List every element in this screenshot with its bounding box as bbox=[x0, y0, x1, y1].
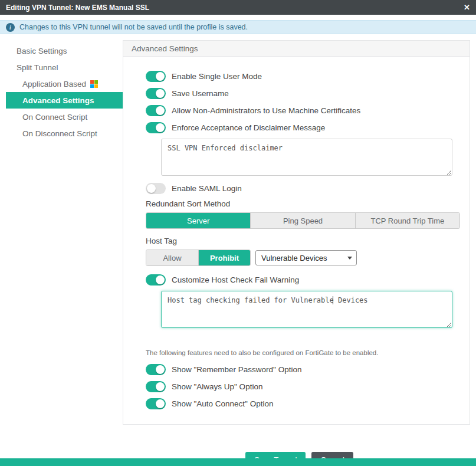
settings-sidebar: Basic Settings Split Tunnel Application … bbox=[0, 40, 123, 142]
bottom-accent-bar bbox=[0, 458, 476, 466]
enforce-disclaimer-row: Enforce Acceptance of Disclaimer Message bbox=[146, 122, 470, 133]
show-always-up-row: Show "Always Up" Option bbox=[146, 380, 470, 392]
show-remember-password-toggle[interactable] bbox=[146, 364, 166, 375]
panel-header: Advanced Settings bbox=[123, 41, 470, 57]
host-tag-prohibit-button[interactable]: Prohibit bbox=[198, 250, 250, 265]
toggle-knob bbox=[156, 275, 165, 284]
toggle-knob bbox=[156, 89, 165, 98]
toggle-knob bbox=[156, 399, 165, 408]
host-tag-allow-button[interactable]: Allow bbox=[146, 250, 198, 265]
toggle-knob bbox=[156, 106, 165, 115]
toggle-knob bbox=[156, 72, 165, 81]
host-tag-label: Host Tag bbox=[146, 237, 470, 246]
show-auto-connect-toggle[interactable] bbox=[146, 398, 166, 409]
toggle-knob bbox=[156, 365, 165, 374]
sidebar-item-split-tunnel[interactable]: Split Tunnel bbox=[0, 59, 123, 76]
show-always-up-toggle[interactable] bbox=[146, 381, 166, 392]
sidebar-item-basic-settings[interactable]: Basic Settings bbox=[0, 42, 123, 59]
host-tag-mode-group: Allow Prohibit bbox=[146, 250, 251, 266]
toggle-knob bbox=[156, 382, 165, 391]
sidebar-item-application-based[interactable]: Application Based bbox=[0, 76, 123, 92]
sidebar-item-advanced-settings[interactable]: Advanced Settings bbox=[6, 92, 123, 109]
close-icon[interactable]: ✕ bbox=[464, 3, 470, 12]
save-username-toggle[interactable] bbox=[146, 88, 166, 99]
setting-label: Show "Remember Password" Option bbox=[172, 365, 301, 374]
host-tag-select-value: Vulnerable Devices bbox=[261, 254, 327, 262]
single-user-mode-toggle[interactable] bbox=[146, 71, 166, 82]
sidebar-item-on-connect-script[interactable]: On Connect Script bbox=[0, 109, 123, 125]
saml-login-row: Enable SAML Login bbox=[146, 182, 470, 194]
sort-tcp-round-trip-button[interactable]: TCP Round Trip Time bbox=[355, 213, 459, 228]
setting-label: Enforce Acceptance of Disclaimer Message bbox=[172, 123, 325, 132]
host-tag-select[interactable]: Vulnerable Devices bbox=[255, 250, 357, 265]
setting-label: Show "Auto Connect" Option bbox=[172, 399, 273, 408]
setting-label: Allow Non-Administrators to Use Machine … bbox=[172, 106, 360, 115]
setting-label: Customize Host Check Fail Warning bbox=[172, 275, 299, 284]
windows-icon bbox=[90, 80, 98, 88]
host-tag-row: Allow Prohibit Vulnerable Devices bbox=[146, 250, 470, 266]
window-titlebar: Editing VPN Tunnel: New EMS Manual SSL ✕ bbox=[0, 0, 476, 15]
fail-warning-textarea[interactable]: Host tag checking failed for Vulnerable … bbox=[161, 291, 452, 328]
fail-warning-wrap: Host tag checking failed for Vulnerable … bbox=[161, 291, 452, 328]
sort-server-button[interactable]: Server bbox=[146, 213, 250, 228]
dialog-content: Basic Settings Split Tunnel Application … bbox=[0, 40, 476, 425]
panel-title: Advanced Settings bbox=[132, 44, 198, 53]
fortigate-note: The following features need to also be c… bbox=[146, 349, 470, 356]
sidebar-item-label: Application Based bbox=[22, 80, 86, 88]
toggle-knob bbox=[156, 123, 165, 132]
non-admin-certs-toggle[interactable] bbox=[146, 105, 166, 116]
customize-fail-warning-toggle[interactable] bbox=[146, 274, 166, 285]
disclaimer-message-wrap: SSL VPN Enforced disclaimer bbox=[161, 139, 452, 176]
setting-label: Enable Single User Mode bbox=[172, 72, 262, 81]
single-user-mode-row: Enable Single User Mode bbox=[146, 70, 470, 82]
save-username-row: Save Username bbox=[146, 87, 470, 99]
banner-text: Changes to this VPN tunnel will not be s… bbox=[19, 23, 248, 31]
disclaimer-message-textarea[interactable]: SSL VPN Enforced disclaimer bbox=[161, 139, 452, 176]
saml-login-toggle[interactable] bbox=[146, 183, 166, 194]
sidebar-item-on-disconnect-script[interactable]: On Disconnect Script bbox=[0, 125, 123, 142]
chevron-down-icon bbox=[347, 257, 352, 262]
window-title: Editing VPN Tunnel: New EMS Manual SSL bbox=[6, 4, 149, 12]
show-remember-password-row: Show "Remember Password" Option bbox=[146, 363, 470, 375]
panel-body: Enable Single User Mode Save Username Al… bbox=[123, 57, 470, 424]
non-admin-certs-row: Allow Non-Administrators to Use Machine … bbox=[146, 104, 470, 116]
setting-label: Show "Always Up" Option bbox=[172, 382, 262, 391]
info-banner: i Changes to this VPN tunnel will not be… bbox=[0, 20, 476, 34]
setting-label: Enable SAML Login bbox=[172, 184, 242, 193]
enforce-disclaimer-toggle[interactable] bbox=[146, 122, 166, 133]
text-cursor bbox=[333, 296, 333, 304]
setting-label: Save Username bbox=[172, 89, 229, 98]
show-auto-connect-row: Show "Auto Connect" Option bbox=[146, 398, 470, 409]
redundant-sort-method-segmented: Server Ping Speed TCP Round Trip Time bbox=[146, 212, 460, 229]
sort-ping-speed-button[interactable]: Ping Speed bbox=[250, 213, 354, 228]
info-icon: i bbox=[6, 23, 15, 32]
redundant-sort-method-label: Redundant Sort Method bbox=[146, 199, 470, 209]
customize-fail-warning-row: Customize Host Check Fail Warning bbox=[146, 274, 470, 285]
toggle-knob bbox=[147, 184, 156, 193]
advanced-settings-panel: Advanced Settings Enable Single User Mod… bbox=[123, 40, 470, 425]
